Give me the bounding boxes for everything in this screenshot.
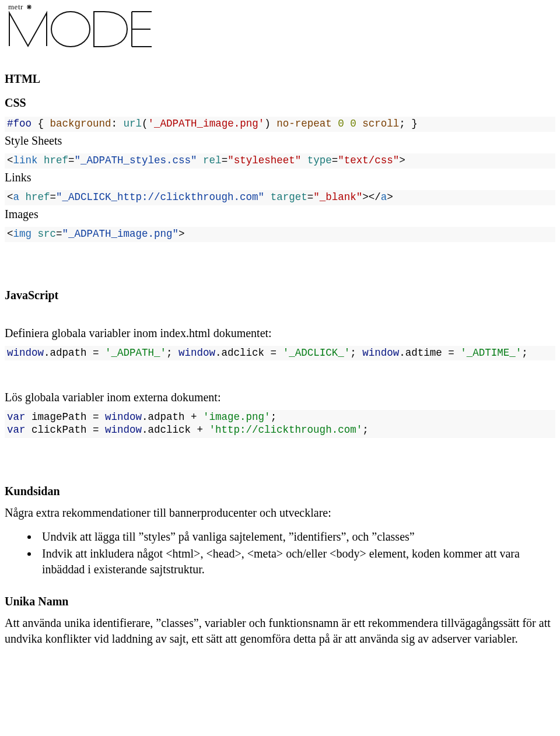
code-img-tag: <img src="_ADPATH_image.png"> xyxy=(5,227,555,242)
code-a-tag: <a href="_ADCLICK_http://clickthrough.co… xyxy=(5,190,555,205)
kundsidan-intro: Några extra rekommendationer till banner… xyxy=(5,505,555,521)
list-item: Undvik att lägga till ”styles” på vanlig… xyxy=(38,529,555,545)
kundsidan-bullets: Undvik att lägga till ”styles” på vanlig… xyxy=(38,529,555,577)
heading-css: CSS xyxy=(5,95,555,111)
unika-paragraph: Att använda unika identifierare, ”classe… xyxy=(5,615,555,647)
code-css-foo: #foo { background: url('_ADPATH_image.pn… xyxy=(5,117,555,132)
subcap-images: Images xyxy=(5,206,555,222)
js-resolve-caption: Lös globala variabler inom externa dokum… xyxy=(5,390,555,405)
subcap-style-sheets: Style Sheets xyxy=(5,133,555,149)
svg-text:metr: metr xyxy=(8,2,23,11)
brand-logo: metr xyxy=(5,2,555,48)
heading-javascript: JavaScript xyxy=(5,288,555,303)
code-js-globals: window.adpath = '_ADPATH_'; window.adcli… xyxy=(5,346,555,361)
list-item: Indvik att inkludera något <html>, <head… xyxy=(38,546,555,577)
heading-kundsidan: Kundsidan xyxy=(5,483,555,499)
js-define-caption: Definiera globala variabler inom index.h… xyxy=(5,325,555,341)
code-link-tag: <link href="_ADPATH_styles.css" rel="sty… xyxy=(5,153,555,169)
subcap-links: Links xyxy=(5,170,555,185)
heading-html: HTML xyxy=(5,71,555,87)
svg-point-5 xyxy=(51,12,90,47)
code-js-resolve: var imagePath = window.adpath + 'image.p… xyxy=(5,410,555,438)
mode-logo-svg: metr xyxy=(5,2,152,48)
heading-unika-namn: Unika Namn xyxy=(5,594,555,609)
